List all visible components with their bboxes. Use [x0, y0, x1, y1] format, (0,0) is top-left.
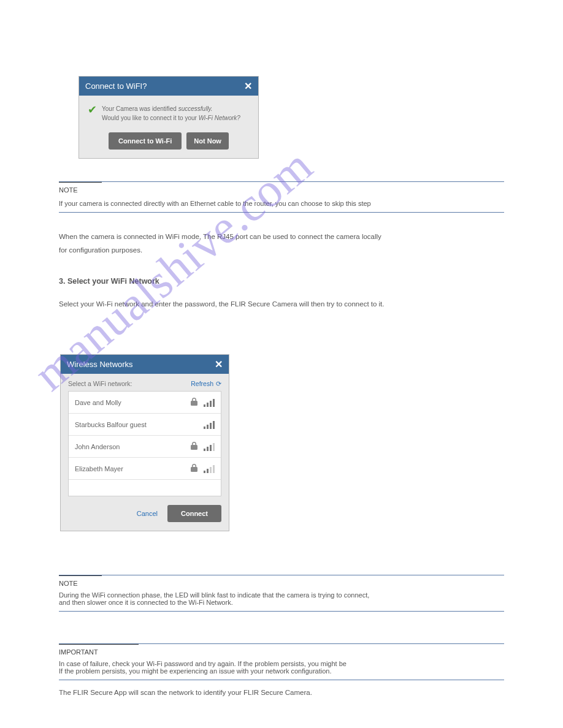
- list-item[interactable]: John Anderson: [69, 436, 221, 458]
- paragraph: The FLIR Secure App will scan the networ…: [59, 689, 504, 696]
- divider: [59, 680, 504, 680]
- signal-icon: [204, 464, 215, 473]
- note-line: and then slower once it is connected to …: [59, 599, 233, 606]
- dialog-buttons: Cancel Connect: [61, 496, 229, 531]
- refresh-link[interactable]: Refresh ⟳: [191, 380, 221, 387]
- check-icon: ✔: [88, 104, 97, 115]
- msg-part-italic: Wi-Fi Network?: [199, 115, 240, 121]
- dialog-header: Connect to WiFI? ✕: [79, 77, 258, 96]
- close-icon[interactable]: ✕: [244, 80, 252, 92]
- connect-wifi-button[interactable]: Connect to Wi-Fi: [109, 132, 182, 150]
- paragraph: for configuration purposes.: [59, 244, 504, 257]
- note-text: During the WiFi connection phase, the LE…: [59, 588, 504, 606]
- paragraph: Select your Wi-Fi network and enter the …: [59, 298, 504, 311]
- dialog-subheader: Select a WiFi network: Refresh ⟳: [68, 380, 221, 387]
- lock-icon: [191, 442, 197, 452]
- close-icon[interactable]: ✕: [215, 358, 223, 370]
- refresh-icon: ⟳: [216, 380, 221, 387]
- network-name: Dave and Molly: [75, 399, 121, 406]
- network-name: Elizabeth Mayer: [75, 465, 123, 472]
- dialog-title: Wireless Networks: [67, 360, 133, 369]
- list-item[interactable]: Starbucks Balfour guest: [69, 414, 221, 436]
- note-label: NOTE: [59, 576, 78, 587]
- list-item[interactable]: Dave and Molly: [69, 392, 221, 414]
- wireless-networks-dialog: Wireless Networks ✕ Select a WiFi networ…: [60, 354, 229, 531]
- network-list: Dave and Molly Starbucks Balfour guest J…: [68, 391, 221, 496]
- refresh-text: Refresh: [191, 380, 213, 387]
- signal-icon: [204, 442, 215, 451]
- lock-icon: [191, 464, 197, 474]
- note-label: NOTE: [59, 183, 78, 194]
- note-label: IMPORTANT: [59, 645, 98, 656]
- lock-icon: [191, 398, 197, 408]
- note-block-2: NOTE During the WiFi connection phase, t…: [59, 575, 504, 612]
- list-item[interactable]: Elizabeth Mayer: [69, 458, 221, 480]
- dialog-body: ✔ Your Camera was identified successfull…: [79, 96, 258, 125]
- divider: [59, 181, 504, 182]
- dialog-title: Connect to WiFI?: [85, 82, 147, 91]
- paragraph: When the camera is connected in WiFi mod…: [59, 230, 504, 243]
- divider: [59, 575, 504, 575]
- dialog-body: Select a WiFi network: Refresh ⟳ Dave an…: [61, 374, 229, 496]
- dialog-buttons: Connect to Wi-Fi Not Now: [79, 125, 258, 158]
- select-label: Select a WiFi network:: [68, 380, 132, 387]
- not-now-button[interactable]: Not Now: [186, 132, 229, 150]
- signal-icon: [204, 420, 215, 429]
- connect-button[interactable]: Connect: [167, 505, 221, 522]
- signal-icon: [204, 398, 215, 407]
- note-block-3: IMPORTANT In case of failure, check your…: [59, 643, 504, 680]
- note-text: If your camera is connected directly wit…: [59, 196, 504, 207]
- note-block-1: NOTE If your camera is connected directl…: [59, 181, 504, 213]
- cancel-link[interactable]: Cancel: [137, 510, 158, 517]
- msg-part-italic: successfully.: [178, 105, 213, 112]
- network-name: John Anderson: [75, 443, 120, 450]
- note-line: During the WiFi connection phase, the LE…: [59, 591, 369, 599]
- divider: [59, 611, 504, 612]
- section-heading: 3. Select your WiFi Network: [59, 277, 159, 286]
- note-line: If the problem persists, you might be ex…: [59, 667, 332, 675]
- msg-part: Your Camera was identified: [102, 105, 178, 112]
- msg-part: Would you like to connect it to your: [102, 115, 199, 121]
- divider: [59, 212, 504, 213]
- dialog-header: Wireless Networks ✕: [61, 355, 229, 374]
- note-line: In case of failure, check your Wi-Fi pas…: [59, 660, 347, 667]
- note-text: In case of failure, check your Wi-Fi pas…: [59, 656, 504, 675]
- network-name: Starbucks Balfour guest: [75, 421, 147, 428]
- connect-wifi-dialog: Connect to WiFI? ✕ ✔ Your Camera was ide…: [79, 76, 259, 159]
- dialog-message: Your Camera was identified successfully.…: [102, 104, 240, 123]
